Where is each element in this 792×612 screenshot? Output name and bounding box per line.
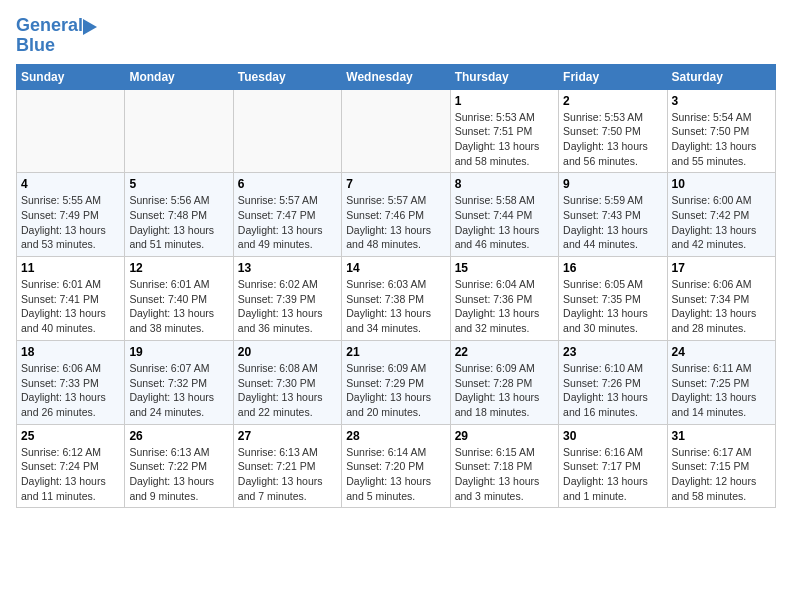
day-number: 27 bbox=[238, 429, 337, 443]
weekday-header-tuesday: Tuesday bbox=[233, 64, 341, 89]
calendar-cell: 20Sunrise: 6:08 AMSunset: 7:30 PMDayligh… bbox=[233, 340, 341, 424]
calendar-cell: 10Sunrise: 6:00 AMSunset: 7:42 PMDayligh… bbox=[667, 173, 775, 257]
calendar-cell: 31Sunrise: 6:17 AMSunset: 7:15 PMDayligh… bbox=[667, 424, 775, 508]
day-number: 31 bbox=[672, 429, 771, 443]
calendar-cell: 11Sunrise: 6:01 AMSunset: 7:41 PMDayligh… bbox=[17, 257, 125, 341]
day-info: Sunrise: 6:03 AMSunset: 7:38 PMDaylight:… bbox=[346, 277, 445, 336]
day-info: Sunrise: 6:07 AMSunset: 7:32 PMDaylight:… bbox=[129, 361, 228, 420]
calendar-cell: 3Sunrise: 5:54 AMSunset: 7:50 PMDaylight… bbox=[667, 89, 775, 173]
calendar-cell: 9Sunrise: 5:59 AMSunset: 7:43 PMDaylight… bbox=[559, 173, 667, 257]
calendar-body: 1Sunrise: 5:53 AMSunset: 7:51 PMDaylight… bbox=[17, 89, 776, 508]
day-info: Sunrise: 6:16 AMSunset: 7:17 PMDaylight:… bbox=[563, 445, 662, 504]
calendar-cell: 16Sunrise: 6:05 AMSunset: 7:35 PMDayligh… bbox=[559, 257, 667, 341]
weekday-header-row: SundayMondayTuesdayWednesdayThursdayFrid… bbox=[17, 64, 776, 89]
day-info: Sunrise: 6:09 AMSunset: 7:29 PMDaylight:… bbox=[346, 361, 445, 420]
day-number: 8 bbox=[455, 177, 554, 191]
calendar-cell: 28Sunrise: 6:14 AMSunset: 7:20 PMDayligh… bbox=[342, 424, 450, 508]
page-header: General Blue bbox=[16, 16, 776, 56]
logo: General Blue bbox=[16, 16, 97, 56]
weekday-header-wednesday: Wednesday bbox=[342, 64, 450, 89]
calendar-cell bbox=[233, 89, 341, 173]
calendar-cell: 5Sunrise: 5:56 AMSunset: 7:48 PMDaylight… bbox=[125, 173, 233, 257]
logo-icon bbox=[83, 19, 97, 35]
day-number: 13 bbox=[238, 261, 337, 275]
week-row-1: 1Sunrise: 5:53 AMSunset: 7:51 PMDaylight… bbox=[17, 89, 776, 173]
calendar-cell: 12Sunrise: 6:01 AMSunset: 7:40 PMDayligh… bbox=[125, 257, 233, 341]
calendar-cell: 21Sunrise: 6:09 AMSunset: 7:29 PMDayligh… bbox=[342, 340, 450, 424]
calendar-cell: 30Sunrise: 6:16 AMSunset: 7:17 PMDayligh… bbox=[559, 424, 667, 508]
day-info: Sunrise: 6:06 AMSunset: 7:34 PMDaylight:… bbox=[672, 277, 771, 336]
calendar-cell: 13Sunrise: 6:02 AMSunset: 7:39 PMDayligh… bbox=[233, 257, 341, 341]
weekday-header-saturday: Saturday bbox=[667, 64, 775, 89]
calendar-cell: 17Sunrise: 6:06 AMSunset: 7:34 PMDayligh… bbox=[667, 257, 775, 341]
day-info: Sunrise: 5:55 AMSunset: 7:49 PMDaylight:… bbox=[21, 193, 120, 252]
day-number: 16 bbox=[563, 261, 662, 275]
day-info: Sunrise: 6:00 AMSunset: 7:42 PMDaylight:… bbox=[672, 193, 771, 252]
day-info: Sunrise: 6:06 AMSunset: 7:33 PMDaylight:… bbox=[21, 361, 120, 420]
day-info: Sunrise: 6:09 AMSunset: 7:28 PMDaylight:… bbox=[455, 361, 554, 420]
day-number: 22 bbox=[455, 345, 554, 359]
day-number: 3 bbox=[672, 94, 771, 108]
day-number: 24 bbox=[672, 345, 771, 359]
day-number: 11 bbox=[21, 261, 120, 275]
calendar-cell: 7Sunrise: 5:57 AMSunset: 7:46 PMDaylight… bbox=[342, 173, 450, 257]
logo-text: General bbox=[16, 16, 83, 36]
day-info: Sunrise: 6:10 AMSunset: 7:26 PMDaylight:… bbox=[563, 361, 662, 420]
weekday-header-sunday: Sunday bbox=[17, 64, 125, 89]
day-number: 30 bbox=[563, 429, 662, 443]
calendar-cell: 19Sunrise: 6:07 AMSunset: 7:32 PMDayligh… bbox=[125, 340, 233, 424]
day-info: Sunrise: 6:14 AMSunset: 7:20 PMDaylight:… bbox=[346, 445, 445, 504]
calendar-cell: 4Sunrise: 5:55 AMSunset: 7:49 PMDaylight… bbox=[17, 173, 125, 257]
day-info: Sunrise: 5:57 AMSunset: 7:46 PMDaylight:… bbox=[346, 193, 445, 252]
calendar-cell: 23Sunrise: 6:10 AMSunset: 7:26 PMDayligh… bbox=[559, 340, 667, 424]
day-number: 18 bbox=[21, 345, 120, 359]
week-row-5: 25Sunrise: 6:12 AMSunset: 7:24 PMDayligh… bbox=[17, 424, 776, 508]
day-info: Sunrise: 6:13 AMSunset: 7:21 PMDaylight:… bbox=[238, 445, 337, 504]
calendar-cell: 8Sunrise: 5:58 AMSunset: 7:44 PMDaylight… bbox=[450, 173, 558, 257]
day-number: 15 bbox=[455, 261, 554, 275]
day-info: Sunrise: 5:57 AMSunset: 7:47 PMDaylight:… bbox=[238, 193, 337, 252]
day-number: 9 bbox=[563, 177, 662, 191]
day-number: 7 bbox=[346, 177, 445, 191]
calendar-cell: 6Sunrise: 5:57 AMSunset: 7:47 PMDaylight… bbox=[233, 173, 341, 257]
calendar-cell bbox=[125, 89, 233, 173]
weekday-header-thursday: Thursday bbox=[450, 64, 558, 89]
day-info: Sunrise: 6:04 AMSunset: 7:36 PMDaylight:… bbox=[455, 277, 554, 336]
day-info: Sunrise: 6:12 AMSunset: 7:24 PMDaylight:… bbox=[21, 445, 120, 504]
day-number: 10 bbox=[672, 177, 771, 191]
calendar-cell: 29Sunrise: 6:15 AMSunset: 7:18 PMDayligh… bbox=[450, 424, 558, 508]
day-info: Sunrise: 6:11 AMSunset: 7:25 PMDaylight:… bbox=[672, 361, 771, 420]
day-info: Sunrise: 6:08 AMSunset: 7:30 PMDaylight:… bbox=[238, 361, 337, 420]
day-info: Sunrise: 6:01 AMSunset: 7:40 PMDaylight:… bbox=[129, 277, 228, 336]
day-info: Sunrise: 5:53 AMSunset: 7:51 PMDaylight:… bbox=[455, 110, 554, 169]
day-number: 5 bbox=[129, 177, 228, 191]
calendar-cell bbox=[342, 89, 450, 173]
day-info: Sunrise: 5:58 AMSunset: 7:44 PMDaylight:… bbox=[455, 193, 554, 252]
calendar-cell: 26Sunrise: 6:13 AMSunset: 7:22 PMDayligh… bbox=[125, 424, 233, 508]
day-number: 28 bbox=[346, 429, 445, 443]
day-number: 2 bbox=[563, 94, 662, 108]
day-info: Sunrise: 6:13 AMSunset: 7:22 PMDaylight:… bbox=[129, 445, 228, 504]
day-number: 20 bbox=[238, 345, 337, 359]
calendar-cell: 1Sunrise: 5:53 AMSunset: 7:51 PMDaylight… bbox=[450, 89, 558, 173]
calendar-cell: 2Sunrise: 5:53 AMSunset: 7:50 PMDaylight… bbox=[559, 89, 667, 173]
day-number: 12 bbox=[129, 261, 228, 275]
day-info: Sunrise: 5:54 AMSunset: 7:50 PMDaylight:… bbox=[672, 110, 771, 169]
day-info: Sunrise: 6:15 AMSunset: 7:18 PMDaylight:… bbox=[455, 445, 554, 504]
calendar-cell: 14Sunrise: 6:03 AMSunset: 7:38 PMDayligh… bbox=[342, 257, 450, 341]
logo-blue: Blue bbox=[16, 36, 55, 56]
day-info: Sunrise: 6:17 AMSunset: 7:15 PMDaylight:… bbox=[672, 445, 771, 504]
day-number: 19 bbox=[129, 345, 228, 359]
week-row-2: 4Sunrise: 5:55 AMSunset: 7:49 PMDaylight… bbox=[17, 173, 776, 257]
day-info: Sunrise: 6:02 AMSunset: 7:39 PMDaylight:… bbox=[238, 277, 337, 336]
calendar-cell: 25Sunrise: 6:12 AMSunset: 7:24 PMDayligh… bbox=[17, 424, 125, 508]
day-number: 29 bbox=[455, 429, 554, 443]
day-number: 25 bbox=[21, 429, 120, 443]
calendar-cell: 15Sunrise: 6:04 AMSunset: 7:36 PMDayligh… bbox=[450, 257, 558, 341]
day-info: Sunrise: 6:01 AMSunset: 7:41 PMDaylight:… bbox=[21, 277, 120, 336]
day-number: 21 bbox=[346, 345, 445, 359]
day-number: 6 bbox=[238, 177, 337, 191]
calendar-cell: 22Sunrise: 6:09 AMSunset: 7:28 PMDayligh… bbox=[450, 340, 558, 424]
day-number: 4 bbox=[21, 177, 120, 191]
week-row-3: 11Sunrise: 6:01 AMSunset: 7:41 PMDayligh… bbox=[17, 257, 776, 341]
